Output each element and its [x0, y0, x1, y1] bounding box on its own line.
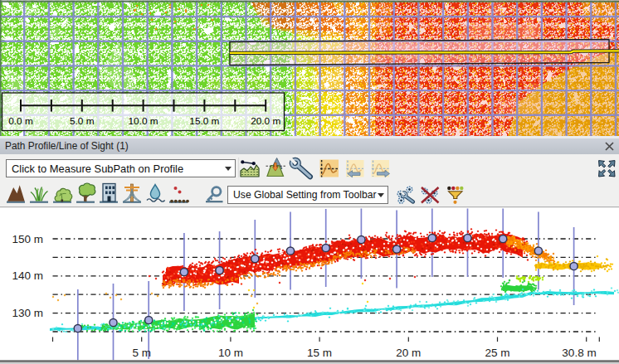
svg-text:10 m: 10 m [218, 347, 243, 359]
svg-text:20 m: 20 m [396, 347, 421, 359]
svg-text:5 m: 5 m [132, 347, 151, 359]
svg-text:10.0 m: 10.0 m [129, 115, 158, 127]
svg-text:130 m: 130 m [12, 307, 43, 319]
svg-text:15 m: 15 m [307, 347, 332, 359]
svg-text:20.0 m: 20.0 m [251, 115, 280, 127]
svg-text:30.8 m: 30.8 m [562, 347, 596, 359]
svg-text:5.0 m: 5.0 m [70, 115, 95, 127]
svg-text:25 m: 25 m [485, 347, 509, 359]
svg-text:0.0 m: 0.0 m [8, 115, 33, 127]
svg-text:140 m: 140 m [12, 269, 43, 282]
svg-text:150 m: 150 m [12, 233, 43, 245]
svg-text:15.0 m: 15.0 m [189, 115, 219, 127]
